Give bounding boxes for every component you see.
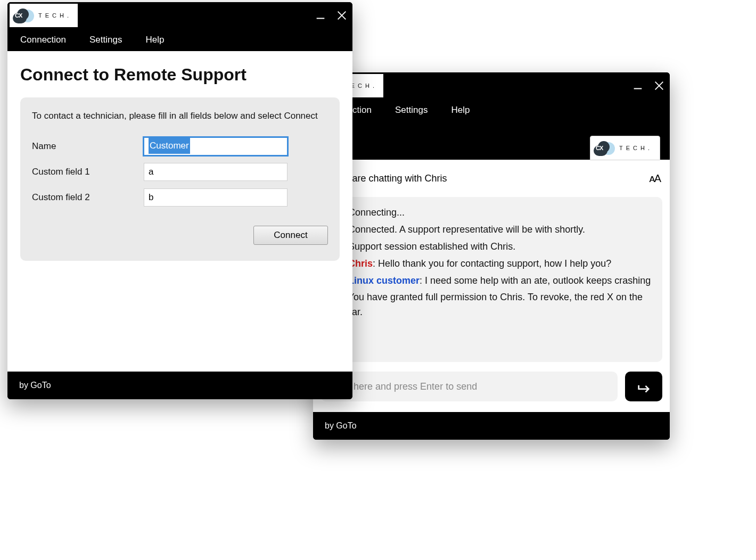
menubar: Connection Settings Help [313,99,670,121]
enter-icon [636,379,651,394]
log-text: Support session established with Chris. [348,241,515,252]
customer-name: Linux customer [348,275,420,286]
titlebar: CX TECH. [313,72,670,99]
chat-header: You are chatting with Chris ᴀA [313,160,670,197]
label-cf2: Custom field 2 [32,192,144,203]
close-button[interactable] [331,2,352,29]
chat-log: AM Connecting...AM Connected. A support … [321,197,662,362]
chat-window: CX TECH. Connection Settings Help CX TEC… [313,72,670,440]
log-line: AM Support session established with Chri… [331,240,652,254]
page-title: Connect to Remote Support [20,65,340,85]
minimize-button[interactable] [627,72,648,99]
menu-connection[interactable]: Connection [20,35,66,45]
brand-logo-small: CX TECH. [590,136,660,160]
name-input[interactable]: Customer [144,137,287,155]
cf2-input[interactable] [144,188,287,207]
instructions: To contact a technician, please fill in … [32,110,328,122]
brand-logo: CX TECH. [10,4,78,27]
connect-button[interactable]: Connect [253,226,328,245]
cloud-icon: CX [13,7,35,23]
compose-row [313,362,670,412]
label-cf1: Custom field 1 [32,167,144,177]
brand-word: TECH. [38,12,72,19]
font-size-icon[interactable]: ᴀA [649,172,660,185]
send-button[interactable] [625,372,662,401]
log-text: : Hello thank you for contacting support… [373,258,611,269]
titlebar: CX TECH. [7,2,352,29]
chat-body: You are chatting with Chris ᴀA AM Connec… [313,160,670,412]
label-name: Name [32,141,144,152]
menubar: Connection Settings Help [7,29,352,51]
log-line: AM Connecting... [331,205,652,220]
footer: by GoTo [7,372,352,399]
compose-input[interactable] [321,372,618,401]
row-name: Name Customer [32,137,328,155]
log-text: Connected. A support representative will… [348,224,585,235]
log-text: You have granted full permission to Chri… [331,292,643,317]
footer-text: by GoTo [19,381,51,390]
cf1-input[interactable] [144,163,287,181]
footer-text: by GoTo [325,421,357,431]
row-cf1: Custom field 1 [32,163,328,181]
minimize-button[interactable] [310,2,331,29]
connect-window: CX TECH. Connection Settings Help Connec… [7,2,352,399]
log-text: Connecting... [348,207,405,218]
chat-subheader: CX TECH. [313,121,670,160]
row-cf2: Custom field 2 [32,188,328,207]
menu-settings[interactable]: Settings [395,105,428,116]
menu-help[interactable]: Help [451,105,470,116]
footer: by GoTo [313,412,670,440]
menu-help[interactable]: Help [145,35,164,45]
connect-body: Connect to Remote Support To contact a t… [7,51,352,372]
log-line: AM You have granted full permission to C… [331,290,652,320]
cloud-icon: CX [594,140,616,156]
name-input-value: Customer [149,138,190,154]
log-line: AM Connected. A support representative w… [331,223,652,237]
log-line: AM Linux customer: I need some help with… [331,274,652,289]
menu-settings[interactable]: Settings [89,35,122,45]
log-text: : I need some help with an ate, outlook … [420,275,651,286]
close-button[interactable] [648,72,670,99]
form-card: To contact a technician, please fill in … [20,97,340,261]
log-line: AM Chris: Hello thank you for contacting… [331,257,652,271]
brand-word: TECH. [619,145,653,151]
